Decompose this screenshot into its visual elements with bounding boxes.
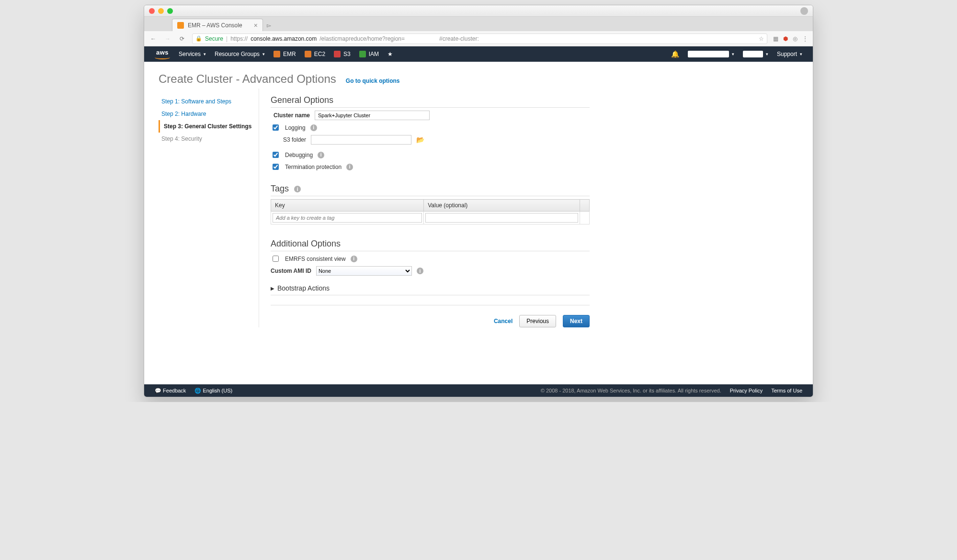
ami-select[interactable]: None [316,266,412,276]
back-button[interactable]: ← [149,34,158,43]
step-3[interactable]: Step 3: General Cluster Settings [159,120,254,133]
feedback-label: Feedback [163,388,186,393]
toolbar: ← → ⟳ 🔒 Secure | https://console.aws.ama… [144,31,813,46]
key-icon [359,51,366,57]
menu-icon[interactable]: ⋮ [802,35,808,42]
bookmark-star-icon[interactable]: ☆ [759,35,764,42]
info-icon[interactable]: i [310,124,317,131]
nav-svc-s3[interactable]: S3 [334,51,351,57]
section-additional-heading: Additional Options [271,239,590,251]
logging-checkbox[interactable] [273,124,279,131]
step-2[interactable]: Step 2: Hardware [159,108,254,120]
tag-value-input[interactable] [425,213,578,223]
nav-resource-groups[interactable]: Resource Groups▾ [215,51,265,57]
quick-options-link[interactable]: Go to quick options [346,78,400,84]
adblock-icon[interactable]: ⬢ [783,35,788,42]
url-path: /elasticmapreduce/home?region= [319,35,405,42]
nav-svc-iam[interactable]: IAM [359,51,379,57]
nav-svc-ec2[interactable]: EC2 [305,51,325,57]
tags-table: Key Value (optional) [271,199,590,224]
tab-title: EMR – AWS Console [188,22,242,29]
chevron-down-icon: ▾ [262,52,265,56]
info-icon[interactable]: i [417,268,423,274]
cube-icon [273,51,280,57]
tab-close-icon[interactable]: × [254,22,258,29]
table-row [271,212,590,224]
s3-folder-label: S3 folder [283,136,306,143]
page-header: Create Cluster - Advanced Options Go to … [144,62,813,89]
section-general-heading: General Options [271,95,590,108]
url-host: console.aws.amazon.com [251,35,317,42]
forward-button[interactable]: → [163,34,172,43]
browser-window: EMR – AWS Console × ▻ ← → ⟳ 🔒 Secure | h… [144,5,813,397]
account-name-masked [688,51,729,57]
tab-strip: EMR – AWS Console × ▻ [144,17,813,31]
support-label: Support [777,51,797,57]
nav-services[interactable]: Services▾ [179,51,206,57]
bootstrap-actions-toggle[interactable]: ▶ Bootstrap Actions [271,281,590,295]
info-icon[interactable]: i [351,256,357,262]
language-selector[interactable]: 🌐 English (US) [194,388,232,394]
tag-key-input[interactable] [273,213,422,223]
pin-icon: ★ [387,51,393,57]
chevron-down-icon: ▾ [800,52,802,56]
info-icon[interactable]: i [318,152,324,158]
logging-label: Logging [285,124,306,131]
section-tags-heading: Tags i [271,184,590,196]
nav-services-label: Services [179,51,201,57]
folder-icon[interactable]: 📂 [416,136,424,144]
tags-value-header: Value (optional) [424,200,580,212]
bootstrap-heading: Bootstrap Actions [277,284,330,292]
window-minimize-button[interactable] [158,8,164,14]
notifications-icon[interactable]: 🔔 [671,50,679,58]
chevron-down-icon: ▾ [732,52,734,56]
aws-footer: 💬 Feedback 🌐 English (US) © 2008 - 2018,… [144,384,813,397]
tags-key-header: Key [271,200,424,212]
profile-avatar-icon[interactable] [800,7,808,15]
aws-top-nav: aws Services▾ Resource Groups▾ EMR EC2 S… [144,46,813,62]
window-zoom-button[interactable] [167,8,173,14]
aws-logo[interactable]: aws [155,49,170,59]
step-4[interactable]: Step 4: Security [159,133,254,145]
nav-svc-label: EC2 [314,51,325,57]
termination-checkbox[interactable] [273,164,279,170]
feedback-link[interactable]: 💬 Feedback [155,388,186,394]
new-tab-button[interactable]: ▻ [263,20,274,31]
nav-svc-label: S3 [343,51,351,57]
previous-button[interactable]: Previous [519,315,556,327]
account-menu[interactable]: ▾ [688,51,734,57]
mac-titlebar [144,5,813,17]
wizard-footer-buttons: Cancel Previous Next [271,315,590,327]
reload-button[interactable]: ⟳ [178,34,186,43]
url-hash: #create-cluster: [439,35,479,42]
next-button[interactable]: Next [563,315,590,327]
info-icon[interactable]: i [346,164,353,170]
window-close-button[interactable] [149,8,155,14]
extension-icon[interactable]: ▦ [773,35,778,42]
support-menu[interactable]: Support▾ [777,51,802,57]
terms-link[interactable]: Terms of Use [771,388,802,393]
nav-resource-groups-label: Resource Groups [215,51,260,57]
emrfs-checkbox[interactable] [273,256,279,262]
cancel-button[interactable]: Cancel [494,318,513,325]
s3-folder-input[interactable] [311,135,411,145]
nav-svc-emr[interactable]: EMR [273,51,296,57]
extension-icons: ▦ ⬢ ◎ ⋮ [773,35,808,42]
region-name-masked [743,51,763,57]
url-prefix: https:// [230,35,248,42]
nav-pin[interactable]: ★ [387,51,393,57]
cluster-name-input[interactable] [315,111,430,120]
nav-svc-label: IAM [369,51,379,57]
extension-icon[interactable]: ◎ [793,35,798,42]
lock-icon: 🔒 [195,35,202,42]
step-1[interactable]: Step 1: Software and Steps [159,95,254,108]
region-menu[interactable]: ▾ [743,51,768,57]
chevron-down-icon: ▾ [766,52,768,56]
address-bar[interactable]: 🔒 Secure | https://console.aws.amazon.co… [192,34,767,44]
privacy-link[interactable]: Privacy Policy [730,388,763,393]
info-icon[interactable]: i [294,186,301,192]
debugging-checkbox[interactable] [273,152,279,158]
bucket-icon [334,51,341,57]
main-panel: General Options Cluster name Logging i S… [259,89,594,327]
browser-tab[interactable]: EMR – AWS Console × [172,19,263,31]
